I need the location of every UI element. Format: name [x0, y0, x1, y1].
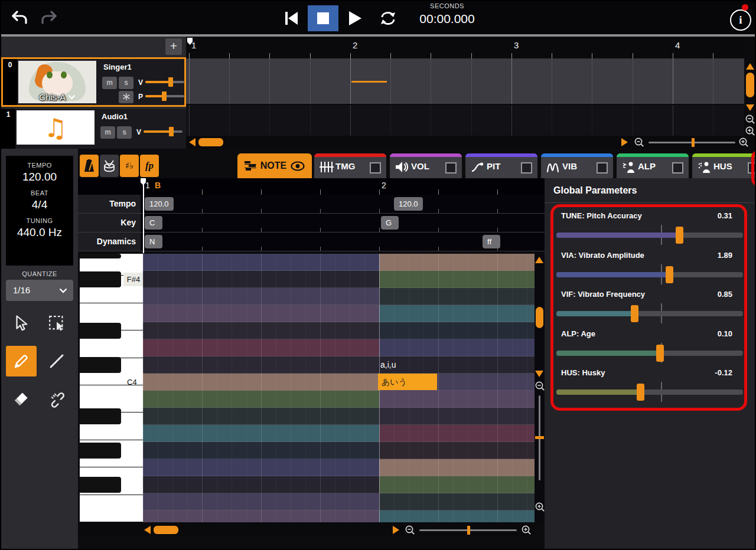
- zoom-out-vertical-button[interactable]: [535, 381, 545, 391]
- timeline-measure-label: 1: [191, 40, 196, 50]
- beat-row-toggle[interactable]: [100, 155, 119, 177]
- solo-button[interactable]: s: [119, 77, 133, 89]
- project-info-box[interactable]: TEMPO 120.00 BEAT 4/4 TUNING 440.0 Hz: [6, 156, 73, 266]
- scroll-down-button[interactable]: [535, 371, 543, 377]
- tempo-row-toggle[interactable]: [80, 155, 99, 177]
- mute-button[interactable]: m: [100, 126, 115, 139]
- stop-button[interactable]: [308, 5, 338, 31]
- scroll-right-button[interactable]: [621, 138, 628, 146]
- beat-marker: B: [155, 181, 161, 190]
- event-badge[interactable]: 120.0: [145, 197, 174, 211]
- hzoom-slider[interactable]: [419, 529, 517, 531]
- solo-button[interactable]: s: [117, 126, 132, 139]
- tab-checkbox[interactable]: [672, 162, 683, 173]
- zoom-in-horizontal-button[interactable]: [738, 137, 749, 148]
- hzoom-slider[interactable]: [649, 142, 735, 143]
- scroll-down-button[interactable]: [746, 104, 754, 111]
- event-badge[interactable]: N: [145, 235, 162, 248]
- skip-to-start-button[interactable]: [279, 7, 304, 30]
- piano-keyboard[interactable]: F#4C4: [80, 254, 143, 522]
- volume-slider[interactable]: [144, 130, 183, 133]
- event-badge[interactable]: C: [145, 216, 162, 230]
- alpha-icon: [622, 161, 636, 173]
- loop-button[interactable]: [376, 7, 400, 30]
- redo-button[interactable]: [39, 8, 59, 27]
- black-key[interactable]: [80, 408, 121, 424]
- tool-cursor[interactable]: [6, 308, 37, 339]
- zoom-in-vertical-button[interactable]: [745, 126, 755, 136]
- vzoom-slider-handle[interactable]: [535, 436, 544, 439]
- freeze-button[interactable]: [119, 91, 133, 103]
- hscrollbar-thumb[interactable]: [154, 526, 178, 534]
- tool-marquee-select[interactable]: [41, 308, 72, 339]
- track-row-audio[interactable]: 1 ♫ Audio1 m s V: [1, 108, 186, 149]
- zoom-out-horizontal-button[interactable]: [634, 137, 644, 148]
- event-badge[interactable]: G: [381, 216, 399, 230]
- volume-slider-handle[interactable]: [169, 127, 174, 136]
- timeline-clip[interactable]: [351, 81, 387, 83]
- scroll-right-button[interactable]: [393, 526, 399, 534]
- dynamics-row-toggle[interactable]: fp: [140, 155, 159, 177]
- timeline-lane-singer[interactable]: [186, 58, 744, 104]
- tab-note[interactable]: NOTE: [237, 153, 312, 178]
- audio-thumbnail[interactable]: ♫: [17, 110, 94, 145]
- tab-alp[interactable]: ALP: [617, 153, 689, 178]
- singer-avatar[interactable]: Chis-A: [18, 61, 96, 103]
- pan-slider[interactable]: [145, 95, 184, 97]
- event-badge[interactable]: 120.0: [394, 197, 423, 211]
- tab-checkbox[interactable]: [370, 162, 381, 173]
- hzoom-slider-handle[interactable]: [692, 138, 695, 147]
- tab-checkbox[interactable]: [597, 162, 608, 173]
- hzoom-slider-handle[interactable]: [467, 526, 470, 535]
- scroll-up-button[interactable]: [535, 257, 543, 263]
- piano-roll-ruler[interactable]: 1 B 2: [78, 178, 545, 195]
- zoom-in-horizontal-button[interactable]: [521, 525, 532, 535]
- zoom-out-vertical-button[interactable]: [745, 114, 755, 125]
- vzoom-slider[interactable]: [539, 395, 540, 480]
- zoom-out-horizontal-button[interactable]: [405, 525, 415, 535]
- play-button[interactable]: [343, 7, 367, 30]
- event-badge[interactable]: ff: [483, 235, 500, 248]
- scroll-left-button[interactable]: [144, 526, 151, 534]
- add-track-button[interactable]: +: [165, 38, 182, 55]
- black-key[interactable]: [80, 443, 121, 459]
- arrangement-timeline[interactable]: 1234: [186, 37, 756, 149]
- pan-slider-handle[interactable]: [162, 91, 167, 101]
- tab-tmg[interactable]: TMG: [314, 153, 386, 178]
- tab-checkbox[interactable]: [521, 162, 532, 173]
- black-key[interactable]: [80, 254, 121, 258]
- tool-draw[interactable]: [6, 346, 37, 377]
- black-key[interactable]: [80, 323, 121, 339]
- track-row-singer[interactable]: 0 Chis-A Singer1 m s V P: [1, 57, 186, 107]
- note-grid[interactable]: a,i,u あいう: [143, 254, 536, 522]
- volume-slider[interactable]: [145, 81, 184, 83]
- timeline-ruler[interactable]: 1234: [186, 38, 744, 58]
- note-block[interactable]: あいう: [378, 374, 437, 390]
- hscrollbar-thumb[interactable]: [198, 138, 223, 146]
- info-button[interactable]: i: [730, 9, 751, 31]
- vertical-scrollbar-thumb[interactable]: [746, 73, 754, 97]
- tab-checkbox[interactable]: [445, 162, 457, 173]
- voice-name[interactable]: Chis-A: [18, 92, 96, 102]
- global-parameters-panel: Global Parameters TUNE: Pitch Accuracy0.…: [545, 178, 756, 550]
- zoom-in-vertical-button[interactable]: [535, 502, 545, 512]
- vscrollbar-thumb[interactable]: [536, 307, 543, 328]
- black-key[interactable]: [80, 271, 121, 287]
- scroll-left-button[interactable]: [189, 138, 195, 146]
- tool-eraser[interactable]: [6, 384, 37, 414]
- tab-vib[interactable]: VIB: [541, 153, 613, 178]
- quantize-select[interactable]: 1/16: [6, 280, 73, 301]
- tab-vol[interactable]: VOL: [390, 153, 462, 178]
- tool-line[interactable]: [41, 346, 72, 377]
- black-key[interactable]: [80, 477, 121, 493]
- black-key[interactable]: [80, 357, 121, 373]
- tab-pit[interactable]: PIT: [465, 153, 537, 178]
- scroll-up-button[interactable]: [746, 63, 754, 70]
- key-row-toggle[interactable]: ♯♭: [120, 155, 139, 177]
- undo-button[interactable]: [9, 8, 30, 27]
- mute-button[interactable]: m: [102, 77, 117, 89]
- white-key[interactable]: [80, 495, 143, 522]
- volume-slider-handle[interactable]: [168, 77, 173, 87]
- tool-unlink[interactable]: [41, 384, 72, 414]
- tab-hus[interactable]: HUS: [692, 153, 756, 178]
